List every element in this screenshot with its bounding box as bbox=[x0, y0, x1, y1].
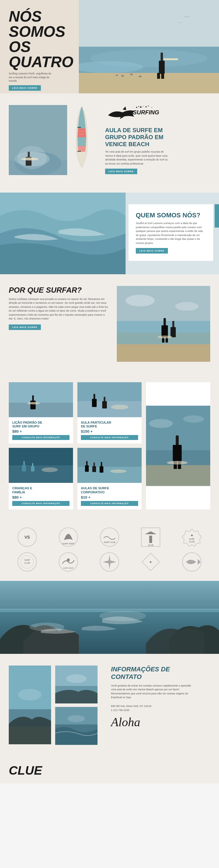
price-card-private-title: AULA PARTICULAR DE SURFE bbox=[81, 421, 138, 428]
price-card-family-button[interactable]: CONSULTE MAIS INFORMAÇÃO bbox=[12, 501, 70, 506]
svg-point-46 bbox=[126, 295, 155, 306]
svg-rect-56 bbox=[92, 399, 97, 407]
svg-point-30 bbox=[140, 106, 142, 108]
svg-point-111 bbox=[99, 611, 146, 621]
svg-rect-39 bbox=[164, 318, 166, 326]
who-title: QUEM SOMOS NÓS? bbox=[136, 212, 206, 219]
svg-point-29 bbox=[138, 106, 139, 107]
svg-point-22 bbox=[21, 158, 38, 160]
why-left-content: POR QUE SURFAR? Muitos surfistas começam… bbox=[9, 286, 117, 330]
logo-item-3: SURF CLUB bbox=[99, 527, 120, 547]
ocean-section bbox=[0, 581, 219, 654]
price-card-image-only-1 bbox=[146, 382, 210, 509]
surfboard-section: ◆◆◆ ◆◆◆ SURFING bbox=[0, 93, 219, 192]
logo-item-5: ★ SURF CLUB bbox=[182, 527, 202, 547]
svg-marker-107 bbox=[198, 559, 200, 565]
svg-rect-75 bbox=[31, 466, 34, 471]
price-card-corporate: AULAS DE SURFE CORPORATIVO $10 + CONSULT… bbox=[77, 448, 142, 509]
price-card-group: LIÇÃO PADRÃO DE SURF EM GRUPO $80 + CONS… bbox=[9, 382, 73, 443]
svg-rect-8 bbox=[161, 73, 164, 79]
hero-title: NÓS SOMOS OS QUATRO bbox=[9, 9, 85, 69]
svg-point-102 bbox=[67, 558, 70, 561]
svg-rect-71 bbox=[9, 465, 73, 483]
logo-item-9: ◆ bbox=[140, 552, 161, 572]
logos-section: VS SURF SHOP SURF CLUB CLUB bbox=[0, 518, 219, 581]
svg-rect-44 bbox=[170, 327, 176, 337]
svg-rect-51 bbox=[30, 401, 36, 409]
price-card-group-button[interactable]: CONSULTE MAIS INFORMAÇÃO bbox=[12, 435, 70, 440]
why-cta-button[interactable]: LEIA MAIS SOBRE bbox=[9, 324, 41, 330]
why-title: POR QUE SURFAR? bbox=[9, 286, 108, 294]
price-card-group-content: LIÇÃO PADRÃO DE SURF EM GRUPO $80 + CONS… bbox=[9, 417, 73, 443]
price-card-private: AULA PARTICULAR DE SURFE $150 + CONSULTE… bbox=[77, 382, 142, 443]
price-card-corporate-image bbox=[77, 448, 142, 483]
logo-item-1: VS bbox=[17, 527, 37, 547]
aloha-signature: Aloha bbox=[111, 715, 210, 729]
price-card-group-price: $80 + bbox=[12, 429, 70, 434]
svg-rect-9 bbox=[164, 58, 178, 60]
why-body-text: Muitos surfistas começam sua jornada no … bbox=[9, 297, 108, 321]
svg-text:SURF: SURF bbox=[24, 559, 30, 561]
svg-text:~ ~ ~: ~ ~ ~ bbox=[184, 16, 190, 18]
svg-point-76 bbox=[42, 467, 58, 472]
svg-point-116 bbox=[18, 689, 42, 701]
svg-point-69 bbox=[183, 415, 204, 423]
svg-point-52 bbox=[27, 402, 40, 404]
svg-rect-112 bbox=[0, 609, 219, 612]
why-section: POR QUE SURFAR? Muitos surfistas começam… bbox=[0, 274, 219, 373]
price-card-private-price: $150 + bbox=[81, 429, 138, 434]
svg-point-15 bbox=[116, 75, 118, 76]
logo-item-7: SURF SHOP bbox=[58, 552, 79, 572]
price-card-corporate-title: AULAS DE SURFE CORPORATIVO bbox=[81, 486, 138, 494]
svg-rect-80 bbox=[85, 465, 89, 472]
svg-point-19 bbox=[15, 152, 50, 166]
hero-subtitle: Surfing Lessons Perth, orgulhosa de ser … bbox=[9, 72, 55, 83]
svg-point-32 bbox=[145, 106, 146, 107]
svg-text:◆◆◆: ◆◆◆ bbox=[77, 150, 81, 152]
svg-rect-63 bbox=[176, 435, 179, 446]
clue-label: CLUE bbox=[9, 764, 210, 778]
contact-photo-top-right bbox=[55, 665, 99, 705]
svg-text:CLUB: CLUB bbox=[148, 544, 154, 546]
svg-text:SURF CLUB: SURF CLUB bbox=[104, 541, 115, 543]
svg-point-34 bbox=[152, 107, 152, 108]
svg-rect-58 bbox=[102, 401, 107, 408]
svg-point-33 bbox=[148, 105, 149, 106]
contact-right-content: INFORMAÇÕES DE CONTATO Você gostaria de … bbox=[99, 665, 210, 730]
hero-content: NÓS SOMOS OS QUATRO Surfing Lessons Pert… bbox=[9, 9, 85, 91]
who-section: QUEM SOMOS NÓS? Soulful at Surf Lessons … bbox=[0, 192, 219, 274]
price-card-private-button[interactable]: CONSULTE MAIS INFORMAÇÃO bbox=[81, 435, 138, 440]
svg-rect-54 bbox=[77, 401, 142, 417]
contact-title: INFORMAÇÕES DE CONTATO bbox=[111, 665, 210, 681]
hero-background-image: ~ ~ ~ ~ ~ bbox=[79, 0, 219, 93]
svg-rect-20 bbox=[28, 152, 30, 158]
price-card-family-content: CRIANÇAS E FAMÍLIA $80 + CONSULTE MAIS I… bbox=[9, 483, 73, 509]
svg-point-119 bbox=[66, 674, 86, 683]
hero-section: ~ ~ ~ ~ ~ NÓS SOMOS OS QUATRO Surfing Le… bbox=[0, 0, 219, 93]
price-card-corporate-button[interactable]: CONSULTE MAIS INFORMAÇÃO bbox=[81, 501, 138, 506]
venice-beach-title: AULA DE SURFE EM GRUPO PADRÃO EM VENICE … bbox=[105, 127, 210, 148]
svg-text:SURFING: SURFING bbox=[133, 109, 159, 116]
contact-address: 830 5th Ave, Nova York, NY 10118 1 212 7… bbox=[111, 704, 210, 712]
svg-rect-64 bbox=[173, 445, 182, 461]
price-card-private-image bbox=[77, 382, 142, 417]
who-cta-button[interactable]: LEIA MAIS SOBRE bbox=[136, 248, 168, 253]
svg-point-85 bbox=[110, 469, 127, 473]
logo-item-4: CLUB bbox=[140, 527, 161, 547]
price-card-group-image bbox=[9, 382, 73, 417]
surfboard-center: ◆◆◆ ◆◆◆ bbox=[73, 105, 97, 170]
why-right-image bbox=[117, 286, 210, 362]
venice-beach-cta-button[interactable]: LEIA MAIS SOBRE bbox=[105, 168, 137, 174]
price-card-family-title: CRIANÇAS E FAMÍLIA bbox=[12, 486, 70, 494]
svg-text:CLUB: CLUB bbox=[189, 540, 195, 543]
svg-text:~ ~: ~ ~ bbox=[178, 22, 181, 24]
svg-rect-82 bbox=[92, 466, 96, 472]
price-card-corporate-content: AULAS DE SURFE CORPORATIVO $10 + CONSULT… bbox=[77, 483, 142, 509]
svg-point-45 bbox=[158, 336, 172, 338]
hero-cta-button[interactable]: LEIA MAIS SOBRE bbox=[9, 85, 41, 91]
svg-text:SURF SHOP: SURF SHOP bbox=[62, 543, 75, 545]
svg-rect-6 bbox=[159, 61, 165, 74]
svg-text:◆◆◆: ◆◆◆ bbox=[77, 126, 81, 128]
svg-rect-4 bbox=[79, 73, 219, 93]
who-background-image bbox=[0, 192, 126, 274]
